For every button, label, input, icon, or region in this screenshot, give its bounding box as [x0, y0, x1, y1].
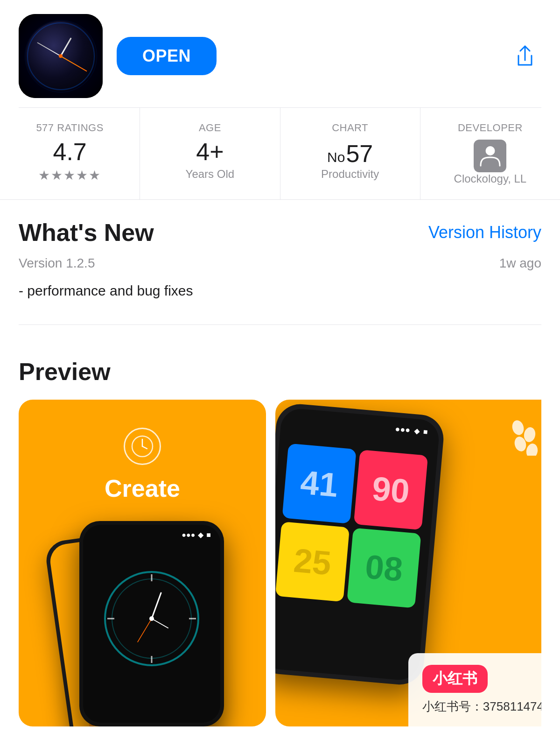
chart-num: 57 — [346, 140, 373, 168]
footsteps-icon — [509, 418, 541, 458]
svg-point-14 — [511, 419, 525, 436]
svg-point-13 — [149, 616, 154, 621]
watermark-text: 小红书号：375811474 — [422, 698, 541, 715]
open-button[interactable]: OPEN — [117, 37, 217, 75]
right-phone: ●●● ◆ ■ 41 90 — [275, 402, 446, 686]
svg-line-3 — [142, 446, 147, 449]
whats-new-title: What's New — [19, 218, 154, 247]
watermark-badge: 小红书 — [422, 665, 488, 693]
preview-images: Create 06 Ju ●●● — [19, 400, 541, 726]
preview-clock-icon — [124, 428, 161, 465]
age-label: AGE — [199, 122, 221, 134]
chart-no: No — [327, 149, 345, 165]
age-stat: AGE 4+ Years Old — [140, 108, 280, 199]
app-header: OPEN — [0, 0, 560, 107]
chart-stat: CHART No 57 Productivity — [280, 108, 420, 199]
age-value: 4+ — [196, 140, 224, 164]
preview-card-left: Create 06 Ju ●●● — [19, 400, 266, 726]
version-time: 1w ago — [499, 256, 541, 271]
svg-line-12 — [138, 619, 152, 642]
age-sub: Years Old — [186, 168, 235, 181]
developer-label: DEVELOPER — [458, 122, 523, 134]
developer-name: Clockology, LL — [454, 172, 527, 185]
whats-new-header: What's New Version History — [19, 218, 541, 247]
version-history-link[interactable]: Version History — [428, 223, 541, 242]
ratings-stat: 577 RATINGS 4.7 ★★★★★ — [0, 108, 140, 199]
ratings-label: 577 RATINGS — [36, 122, 103, 134]
developer-stat: DEVELOPER Clockology, LL — [420, 108, 560, 199]
preview-card-right: ●●● ◆ ■ 41 90 — [275, 400, 541, 726]
share-button[interactable] — [509, 40, 541, 72]
whats-new-section: What's New Version History Version 1.2.5… — [0, 200, 560, 310]
ratings-value: 4.7 — [53, 140, 86, 164]
svg-point-0 — [485, 146, 495, 155]
star-rating: ★★★★★ — [38, 168, 101, 183]
chart-sub: Productivity — [321, 168, 379, 181]
chart-label: CHART — [332, 122, 368, 134]
app-icon — [19, 14, 103, 98]
phone-front: ●●● ◆ ■ — [79, 521, 224, 726]
stats-row: 577 RATINGS 4.7 ★★★★★ AGE 4+ Years Old C… — [0, 108, 560, 200]
version-info: Version 1.2.5 1w ago — [19, 256, 541, 271]
svg-line-11 — [152, 619, 168, 628]
chart-number: No 57 — [327, 140, 373, 168]
developer-icon — [474, 140, 506, 172]
preview-section: Preview Create 06 Ju — [0, 339, 560, 726]
svg-point-17 — [525, 443, 539, 456]
preview-title: Preview — [19, 358, 541, 386]
watermark-overlay: 小红书 小红书号：375811474 — [408, 653, 541, 726]
release-notes: - performance and bug fixes — [19, 280, 541, 301]
preview-create-label: Create — [105, 474, 180, 502]
section-divider — [19, 324, 541, 325]
svg-line-10 — [152, 593, 161, 619]
version-number: Version 1.2.5 — [19, 256, 95, 271]
